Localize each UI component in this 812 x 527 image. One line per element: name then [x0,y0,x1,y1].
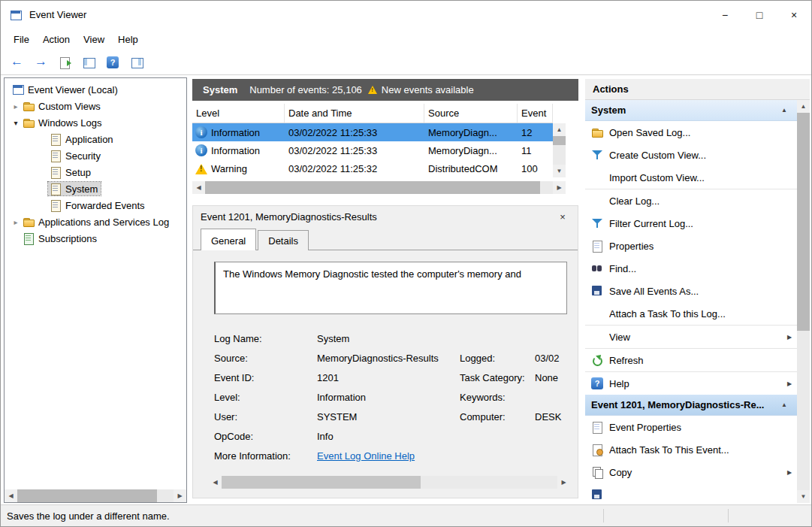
scroll-right-icon[interactable] [174,489,186,502]
action-label: Find... [609,263,797,274]
tree-item-setup[interactable]: Setup [5,164,186,180]
scroll-left-icon[interactable] [192,181,205,194]
tree-item-event-viewer-local[interactable]: Event Viewer (Local) [5,81,186,98]
action-label: Attach a Task To this Log... [609,308,797,320]
action-item-import-custom-view[interactable]: Import Custom View... [585,166,797,189]
export-button[interactable] [55,53,74,72]
action-item-attach-task-to-this-event[interactable]: Attach Task To This Event... [585,438,797,461]
scroll-thumb[interactable] [205,181,540,194]
collapsed-expander-icon[interactable]: ▸ [11,102,21,111]
console-tree-button[interactable] [79,53,98,72]
details-title: Event 1201, MemoryDiagnostics-Results [201,211,555,223]
log-header-bar: System Number of events: 25,106 New even… [192,79,578,101]
field-label: OpCode: [214,431,317,442]
tab-details[interactable]: Details [258,230,309,250]
scroll-thumb[interactable] [17,489,157,502]
scroll-left-icon[interactable] [209,476,222,489]
tree-item-security[interactable]: Security [5,147,186,164]
field-label: User: [214,411,317,423]
event-log-online-help-link[interactable]: Event Log Online Help [317,450,460,462]
scroll-thumb[interactable] [553,136,566,145]
menu-help[interactable]: Help [111,31,145,48]
close-details-icon[interactable]: × [555,211,570,223]
action-item-open-saved-log[interactable]: Open Saved Log... [585,121,797,144]
action-item-clear-log[interactable]: Clear Log... [585,189,797,212]
action-item-help[interactable]: Help [585,372,797,395]
action-item-event-properties[interactable]: Event Properties [585,416,797,438]
field-value: SYSTEM [317,411,460,423]
console-tree-pane: Event Viewer (Local)▸Custom Views▾Window… [4,77,187,503]
action-pane-button[interactable] [127,53,146,72]
column-header-event[interactable]: Event [518,104,553,123]
event-row[interactable]: Information03/02/2022 11:25:33MemoryDiag… [192,123,553,141]
scroll-up-icon[interactable] [797,100,810,113]
collapse-section-icon[interactable] [777,107,791,114]
back-button[interactable] [7,53,26,72]
event-level: Information [211,127,260,138]
action-item-view[interactable]: View [585,326,797,348]
action-item-create-custom-view[interactable]: Create Custom View... [585,144,797,166]
menu-action[interactable]: Action [36,31,77,48]
log-icon [50,150,62,162]
tree-item-applications-and-services-log[interactable]: ▸Applications and Services Log [5,214,186,230]
action-item-refresh[interactable]: Refresh [585,349,797,371]
tree-horizontal-scrollbar[interactable] [5,489,186,502]
scroll-down-icon[interactable] [797,490,810,503]
scroll-thumb[interactable] [222,476,421,489]
collapsed-expander-icon[interactable]: ▸ [11,218,21,226]
tree-item-system[interactable]: System [5,180,186,197]
close-button[interactable]: × [777,1,811,29]
action-item-attach-a-task-to-this-log[interactable]: Attach a Task To this Log... [585,302,797,325]
field-row: User:SYSTEMComputer:DESK [214,407,567,426]
event-list-vertical-scrollbar[interactable] [553,123,566,177]
tree-node: Subscriptions [21,232,100,245]
menu-file[interactable]: File [7,31,36,48]
event-list-horizontal-scrollbar[interactable] [192,181,566,194]
action-item-partial[interactable] [585,483,797,503]
event-viewer-window: Event Viewer −□× FileActionViewHelp Even… [0,0,812,527]
action-item-copy[interactable]: Copy [585,461,797,483]
maximize-button[interactable]: □ [742,1,777,29]
tree-item-windows-logs[interactable]: ▾Windows Logs [5,114,186,131]
tree-item-application[interactable]: Application [5,131,186,147]
action-section-system[interactable]: System [585,100,797,121]
minimize-button[interactable]: − [708,1,742,29]
scroll-right-icon[interactable] [553,181,566,194]
event-description-box[interactable]: The Windows Memory Diagnostic tested the… [214,262,567,314]
scroll-up-icon[interactable] [553,123,566,136]
tree-item-forwarded-events[interactable]: Forwarded Events [5,197,186,214]
column-header-date-and-time[interactable]: Date and Time [285,104,424,123]
action-item-save-all-events-as[interactable]: Save All Events As... [585,280,797,302]
scroll-down-icon[interactable] [553,165,566,177]
event-row[interactable]: Information03/02/2022 11:25:33MemoryDiag… [192,141,553,159]
expanded-expander-icon[interactable]: ▾ [11,119,21,127]
scroll-left-icon[interactable] [5,489,17,502]
column-header-level[interactable]: Level [192,104,285,123]
action-section-event-1201-memorydiagnostics-re[interactable]: Event 1201, MemoryDiagnostics-Re... [585,395,797,416]
menu-view[interactable]: View [77,31,111,48]
submenu-arrow-icon [782,469,797,476]
event-source: MemoryDiagn... [424,145,518,156]
column-header-source[interactable]: Source [424,104,518,123]
submenu-arrow-icon [782,334,797,341]
scroll-right-icon[interactable] [557,476,570,489]
tree-node: Setup [48,165,94,179]
tree-node: Forwarded Events [48,198,148,212]
tab-general[interactable]: General [201,229,256,250]
action-label: Event Properties [609,422,797,433]
action-item-filter-current-log[interactable]: Filter Current Log... [585,212,797,235]
field-row: Log Name:System [214,329,567,348]
action-item-find[interactable]: Find... [585,257,797,280]
event-row[interactable]: Warning03/02/2022 11:25:32DistributedCOM… [192,159,553,177]
action-item-properties[interactable]: Properties [585,235,797,257]
tree-item-custom-views[interactable]: ▸Custom Views [5,98,186,114]
tree-item-subscriptions[interactable]: Subscriptions [5,230,186,247]
collapse-section-icon[interactable] [777,401,791,408]
help-button[interactable] [103,53,122,72]
details-horizontal-scrollbar[interactable] [209,476,570,489]
actions-vertical-scrollbar[interactable] [797,100,810,503]
save-icon [591,489,603,501]
action-label: Help [609,378,776,389]
forward-button[interactable] [31,53,50,72]
scroll-thumb[interactable] [797,113,810,331]
